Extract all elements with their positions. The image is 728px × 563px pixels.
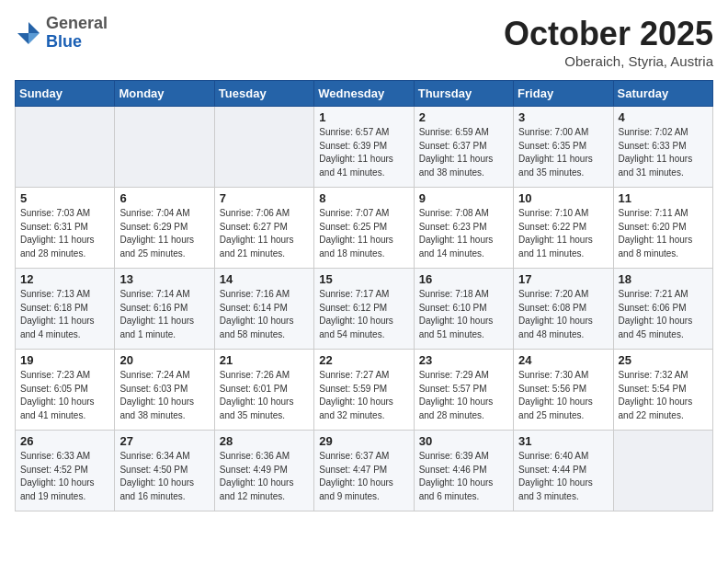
day-info: Sunrise: 7:21 AM Sunset: 6:06 PM Dayligh…	[619, 288, 708, 341]
svg-marker-1	[28, 33, 40, 44]
day-number: 13	[119, 272, 209, 286]
day-info: Sunrise: 7:20 AM Sunset: 6:08 PM Dayligh…	[518, 288, 608, 341]
day-number: 31	[518, 434, 608, 448]
day-number: 7	[220, 191, 309, 205]
day-number: 29	[319, 434, 408, 448]
header-friday: Friday	[514, 81, 613, 107]
day-info: Sunrise: 7:04 AM Sunset: 6:29 PM Dayligh…	[119, 207, 209, 260]
week-row-2: 12Sunrise: 7:13 AM Sunset: 6:18 PM Dayli…	[16, 269, 713, 350]
svg-marker-0	[28, 22, 40, 33]
day-number: 9	[419, 191, 508, 205]
calendar-cell: 19Sunrise: 7:23 AM Sunset: 6:05 PM Dayli…	[16, 350, 115, 431]
day-number: 30	[419, 434, 508, 448]
header-saturday: Saturday	[613, 81, 712, 107]
day-info: Sunrise: 7:02 AM Sunset: 6:33 PM Dayligh…	[619, 126, 708, 179]
day-number: 6	[119, 191, 209, 205]
calendar-cell: 21Sunrise: 7:26 AM Sunset: 6:01 PM Dayli…	[214, 350, 313, 431]
header-monday: Monday	[115, 81, 214, 107]
calendar-cell: 25Sunrise: 7:32 AM Sunset: 5:54 PM Dayli…	[613, 350, 712, 431]
day-info: Sunrise: 6:36 AM Sunset: 4:49 PM Dayligh…	[220, 450, 309, 503]
day-info: Sunrise: 7:06 AM Sunset: 6:27 PM Dayligh…	[220, 207, 309, 260]
week-row-1: 5Sunrise: 7:03 AM Sunset: 6:31 PM Daylig…	[16, 188, 713, 269]
week-row-4: 26Sunrise: 6:33 AM Sunset: 4:52 PM Dayli…	[16, 431, 713, 511]
day-info: Sunrise: 7:07 AM Sunset: 6:25 PM Dayligh…	[319, 207, 408, 260]
day-number: 20	[119, 353, 209, 367]
day-info: Sunrise: 6:57 AM Sunset: 6:39 PM Dayligh…	[319, 126, 408, 179]
title-block: October 2025 Oberaich, Styria, Austria	[504, 15, 713, 69]
day-number: 19	[20, 353, 109, 367]
day-info: Sunrise: 7:23 AM Sunset: 6:05 PM Dayligh…	[20, 369, 109, 422]
logo: General Blue	[15, 15, 108, 52]
day-info: Sunrise: 7:26 AM Sunset: 6:01 PM Dayligh…	[220, 369, 309, 422]
day-info: Sunrise: 7:08 AM Sunset: 6:23 PM Dayligh…	[419, 207, 508, 260]
day-number: 23	[419, 353, 508, 367]
calendar-subtitle: Oberaich, Styria, Austria	[504, 53, 713, 69]
calendar-cell: 4Sunrise: 7:02 AM Sunset: 6:33 PM Daylig…	[613, 107, 712, 188]
day-info: Sunrise: 6:34 AM Sunset: 4:50 PM Dayligh…	[119, 450, 209, 503]
calendar-table: SundayMondayTuesdayWednesdayThursdayFrid…	[15, 80, 713, 511]
calendar-cell: 11Sunrise: 7:11 AM Sunset: 6:20 PM Dayli…	[613, 188, 712, 269]
day-number: 26	[20, 434, 109, 448]
day-info: Sunrise: 7:03 AM Sunset: 6:31 PM Dayligh…	[20, 207, 109, 260]
day-info: Sunrise: 7:10 AM Sunset: 6:22 PM Dayligh…	[518, 207, 608, 260]
day-number: 12	[20, 272, 109, 286]
day-info: Sunrise: 7:13 AM Sunset: 6:18 PM Dayligh…	[20, 288, 109, 341]
day-number: 2	[419, 110, 508, 124]
calendar-cell	[16, 107, 115, 188]
logo-icon	[15, 19, 42, 47]
day-info: Sunrise: 7:29 AM Sunset: 5:57 PM Dayligh…	[419, 369, 508, 422]
calendar-cell: 3Sunrise: 7:00 AM Sunset: 6:35 PM Daylig…	[514, 107, 613, 188]
calendar-cell: 12Sunrise: 7:13 AM Sunset: 6:18 PM Dayli…	[16, 269, 115, 350]
calendar-cell: 1Sunrise: 6:57 AM Sunset: 6:39 PM Daylig…	[314, 107, 414, 188]
calendar-cell: 29Sunrise: 6:37 AM Sunset: 4:47 PM Dayli…	[314, 431, 414, 511]
day-number: 17	[518, 272, 608, 286]
header-row: SundayMondayTuesdayWednesdayThursdayFrid…	[16, 81, 713, 107]
calendar-cell	[613, 431, 712, 511]
day-number: 16	[419, 272, 508, 286]
page-header: General Blue October 2025 Oberaich, Styr…	[15, 15, 713, 69]
calendar-cell: 27Sunrise: 6:34 AM Sunset: 4:50 PM Dayli…	[115, 431, 214, 511]
day-info: Sunrise: 6:40 AM Sunset: 4:44 PM Dayligh…	[518, 450, 608, 503]
day-number: 5	[20, 191, 109, 205]
day-number: 22	[319, 353, 408, 367]
day-number: 8	[319, 191, 408, 205]
calendar-cell: 9Sunrise: 7:08 AM Sunset: 6:23 PM Daylig…	[414, 188, 513, 269]
day-number: 21	[220, 353, 309, 367]
calendar-cell: 2Sunrise: 6:59 AM Sunset: 6:37 PM Daylig…	[414, 107, 513, 188]
week-row-0: 1Sunrise: 6:57 AM Sunset: 6:39 PM Daylig…	[16, 107, 713, 188]
calendar-header: SundayMondayTuesdayWednesdayThursdayFrid…	[16, 81, 713, 107]
calendar-cell: 23Sunrise: 7:29 AM Sunset: 5:57 PM Dayli…	[414, 350, 513, 431]
day-number: 11	[619, 191, 708, 205]
day-info: Sunrise: 6:37 AM Sunset: 4:47 PM Dayligh…	[319, 450, 408, 503]
calendar-cell: 22Sunrise: 7:27 AM Sunset: 5:59 PM Dayli…	[314, 350, 414, 431]
day-info: Sunrise: 7:00 AM Sunset: 6:35 PM Dayligh…	[518, 126, 608, 179]
week-row-3: 19Sunrise: 7:23 AM Sunset: 6:05 PM Dayli…	[16, 350, 713, 431]
calendar-cell: 8Sunrise: 7:07 AM Sunset: 6:25 PM Daylig…	[314, 188, 414, 269]
calendar-cell: 6Sunrise: 7:04 AM Sunset: 6:29 PM Daylig…	[115, 188, 214, 269]
header-thursday: Thursday	[414, 81, 513, 107]
day-number: 4	[619, 110, 708, 124]
day-info: Sunrise: 7:17 AM Sunset: 6:12 PM Dayligh…	[319, 288, 408, 341]
calendar-cell: 5Sunrise: 7:03 AM Sunset: 6:31 PM Daylig…	[16, 188, 115, 269]
header-tuesday: Tuesday	[214, 81, 313, 107]
day-info: Sunrise: 7:11 AM Sunset: 6:20 PM Dayligh…	[619, 207, 708, 260]
logo-text: General Blue	[46, 15, 108, 52]
day-info: Sunrise: 7:30 AM Sunset: 5:56 PM Dayligh…	[518, 369, 608, 422]
logo-blue: Blue	[46, 32, 82, 51]
calendar-title: October 2025	[504, 15, 713, 53]
calendar-body: 1Sunrise: 6:57 AM Sunset: 6:39 PM Daylig…	[16, 107, 713, 511]
calendar-cell: 20Sunrise: 7:24 AM Sunset: 6:03 PM Dayli…	[115, 350, 214, 431]
logo-general: General	[46, 14, 108, 32]
calendar-cell: 7Sunrise: 7:06 AM Sunset: 6:27 PM Daylig…	[214, 188, 313, 269]
day-info: Sunrise: 7:18 AM Sunset: 6:10 PM Dayligh…	[419, 288, 508, 341]
calendar-cell: 13Sunrise: 7:14 AM Sunset: 6:16 PM Dayli…	[115, 269, 214, 350]
calendar-cell: 31Sunrise: 6:40 AM Sunset: 4:44 PM Dayli…	[514, 431, 613, 511]
day-info: Sunrise: 7:16 AM Sunset: 6:14 PM Dayligh…	[220, 288, 309, 341]
header-sunday: Sunday	[16, 81, 115, 107]
day-number: 27	[119, 434, 209, 448]
day-number: 10	[518, 191, 608, 205]
svg-marker-2	[17, 33, 28, 44]
day-info: Sunrise: 6:33 AM Sunset: 4:52 PM Dayligh…	[20, 450, 109, 503]
calendar-cell: 10Sunrise: 7:10 AM Sunset: 6:22 PM Dayli…	[514, 188, 613, 269]
day-info: Sunrise: 6:59 AM Sunset: 6:37 PM Dayligh…	[419, 126, 508, 179]
